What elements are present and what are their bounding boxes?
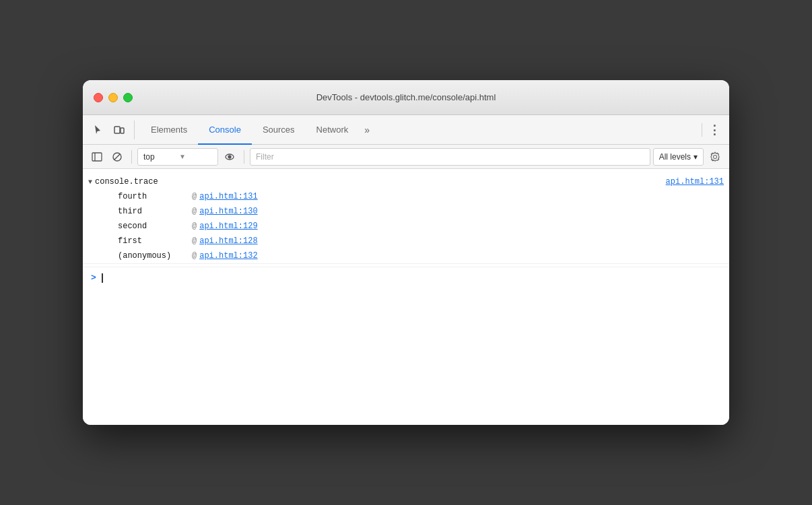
svg-line-5 [114, 154, 121, 160]
toolbar-divider-2 [244, 150, 244, 164]
sidebar-icon [92, 152, 102, 162]
sidebar-toggle-button[interactable] [88, 148, 106, 166]
close-button[interactable] [94, 93, 103, 102]
trace-item-name-fourth: fourth [118, 192, 192, 201]
trace-item-link-anonymous[interactable]: api.html:132 [199, 251, 257, 261]
console-prompt-symbol: > [91, 273, 96, 283]
trace-item-at-1: @ [192, 207, 197, 216]
tab-sources[interactable]: Sources [252, 115, 306, 145]
traffic-lights [94, 93, 133, 102]
trace-function-name: console.trace [95, 177, 666, 187]
console-toolbar: top ▼ All levels ▾ [83, 145, 729, 169]
eye-icon [224, 152, 235, 162]
minimize-button[interactable] [108, 93, 118, 102]
toolbar-divider-1 [131, 150, 132, 164]
maximize-button[interactable] [123, 93, 133, 102]
chevron-down-icon: ▼ [179, 153, 212, 160]
trace-item-at-4: @ [192, 251, 197, 261]
clear-console-button[interactable] [108, 148, 126, 166]
trace-item-name-anonymous: (anonymous) [118, 251, 192, 261]
tab-network[interactable]: Network [306, 115, 360, 145]
trace-item-at-0: @ [192, 192, 197, 201]
trace-item-third[interactable]: third @ api.html:130 [83, 204, 729, 219]
trace-item-link-third[interactable]: api.html:130 [199, 207, 257, 216]
trace-item-fourth[interactable]: fourth @ api.html:131 [83, 189, 729, 204]
live-expressions-button[interactable] [221, 148, 238, 166]
svg-point-7 [228, 156, 231, 158]
levels-chevron-icon: ▾ [693, 152, 698, 162]
more-tabs-button[interactable]: » [359, 125, 375, 135]
console-content: ▼ console.trace api.html:131 fourth @ ap… [83, 169, 729, 425]
log-levels-button[interactable]: All levels ▾ [653, 148, 704, 166]
tab-console[interactable]: Console [198, 115, 252, 145]
context-selector[interactable]: top ▼ [137, 148, 218, 166]
console-input-area: > [83, 267, 729, 288]
svg-rect-1 [121, 128, 124, 133]
tabbar: Elements Console Sources Network » ⋮ [83, 115, 729, 145]
devtools-window: DevTools - devtools.glitch.me/console/ap… [83, 80, 729, 425]
trace-item-link-fourth[interactable]: api.html:131 [199, 192, 257, 201]
device-toggle-button[interactable] [110, 121, 129, 139]
trace-item-at-2: @ [192, 222, 197, 231]
ban-icon [112, 152, 123, 162]
trace-item-name-third: third [118, 207, 192, 216]
filter-input[interactable] [250, 148, 650, 166]
trace-item-link-second[interactable]: api.html:129 [199, 222, 257, 231]
trace-item-second[interactable]: second @ api.html:129 [83, 219, 729, 234]
titlebar: DevTools - devtools.glitch.me/console/ap… [83, 80, 729, 115]
devtools-menu-button[interactable]: ⋮ [705, 121, 724, 139]
trace-item-name-first: first [118, 236, 192, 246]
console-cursor [102, 273, 103, 283]
trace-item-name-second: second [118, 222, 192, 231]
svg-rect-0 [114, 127, 120, 133]
tabbar-icons [88, 121, 135, 139]
tab-elements[interactable]: Elements [140, 115, 198, 145]
window-title: DevTools - devtools.glitch.me/console/ap… [316, 92, 496, 102]
trace-group: ▼ console.trace api.html:131 fourth @ ap… [83, 174, 729, 264]
trace-item-anonymous[interactable]: (anonymous) @ api.html:132 [83, 248, 729, 263]
tabbar-divider [702, 123, 702, 137]
device-icon [114, 125, 125, 135]
trace-header-link[interactable]: api.html:131 [666, 177, 724, 187]
trace-item-first[interactable]: first @ api.html:128 [83, 234, 729, 248]
inspect-element-button[interactable] [88, 121, 107, 139]
gear-icon [710, 152, 720, 162]
console-settings-button[interactable] [706, 148, 724, 166]
trace-item-at-3: @ [192, 236, 197, 246]
svg-rect-2 [92, 153, 102, 161]
trace-header[interactable]: ▼ console.trace api.html:131 [83, 174, 729, 189]
trace-item-link-first[interactable]: api.html:128 [199, 236, 257, 246]
trace-toggle-icon: ▼ [88, 178, 92, 186]
cursor-icon [92, 125, 103, 135]
